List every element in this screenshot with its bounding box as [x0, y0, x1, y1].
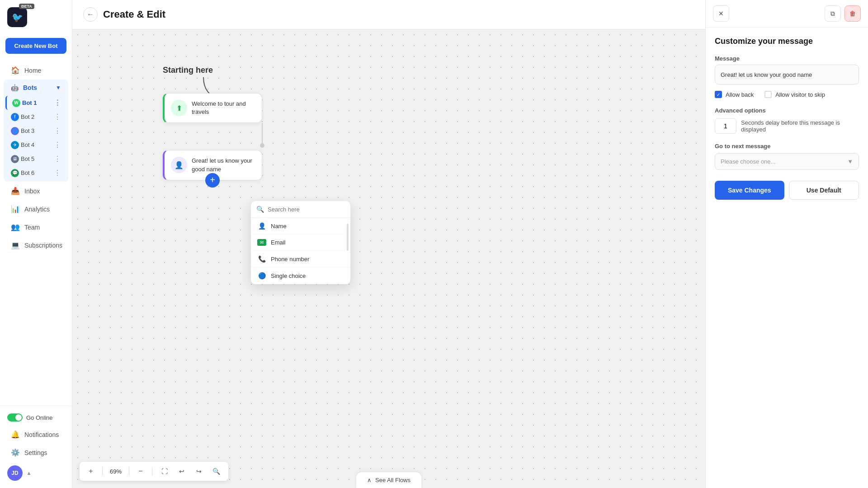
bots-section: 🤖 Bots ▼ W Bot 1 ⋮ f Bot 2 ⋮ 🌐 Bot 3 [4, 80, 68, 182]
node1-text: Welcome to tour and travels [192, 100, 255, 116]
dropdown-item-email-label: Email [271, 239, 286, 246]
page-title: Create & Edit [103, 9, 165, 20]
bot5-more-icon[interactable]: ⋮ [54, 155, 61, 163]
sidebar-item-bot4[interactable]: ✈ Bot 4 ⋮ [5, 138, 66, 152]
avatar: JD [7, 465, 23, 481]
sidebar-item-team[interactable]: 👥 Team [4, 218, 68, 236]
sidebar: 🐦 BETA Create New Bot 🏠 Home 🤖 Bots ▼ W … [0, 0, 72, 488]
beta-badge: BETA [19, 4, 34, 9]
flow-container: Starting here ⬆ Welcome to tour and trav… [163, 66, 262, 180]
sidebar-item-analytics-label: Analytics [24, 206, 50, 213]
top-bar: ← Create & Edit [72, 0, 705, 29]
allow-visitor-checkbox[interactable]: Allow visitor to skip [764, 91, 825, 98]
dropdown-item-name[interactable]: 👤 Name [251, 218, 350, 235]
sidebar-item-notifications[interactable]: 🔔 Notifications [4, 426, 68, 443]
bot1-label: Bot 1 [22, 99, 54, 106]
bots-header[interactable]: 🤖 Bots ▼ [4, 80, 68, 96]
go-next-select[interactable]: Please choose one... ▼ [715, 153, 859, 170]
dropdown-item-email[interactable]: ✉ Email [251, 235, 350, 251]
see-all-flows-button[interactable]: ∧ See All Flows [356, 472, 421, 488]
zoom-in-button[interactable]: + [85, 465, 97, 477]
analytics-icon: 📊 [11, 205, 20, 213]
panel-copy-button[interactable]: ⧉ [825, 5, 841, 22]
undo-button[interactable]: ↩ [175, 465, 189, 478]
checkbox-row: ✓ Allow back Allow visitor to skip [715, 91, 859, 98]
bot4-label: Bot 4 [21, 141, 54, 148]
allow-visitor-checkbox-box[interactable] [764, 91, 772, 98]
web-icon: 🌐 [11, 127, 19, 135]
zoom-out-button[interactable]: − [135, 465, 146, 477]
go-online-label: Go Online [26, 414, 53, 421]
save-changes-button[interactable]: Save Changes [715, 181, 784, 200]
fit-screen-button[interactable]: ⛶ [158, 465, 171, 478]
allow-back-checkbox-box[interactable]: ✓ [715, 91, 722, 98]
sidebar-item-inbox-label: Inbox [24, 188, 40, 195]
panel-delete-button[interactable]: 🗑 [844, 5, 861, 22]
bot5-label: Bot 5 [21, 155, 54, 162]
back-button[interactable]: ← [83, 7, 98, 22]
bot4-more-icon[interactable]: ⋮ [54, 141, 61, 149]
bots-label: Bots [23, 84, 37, 91]
delay-input[interactable] [715, 118, 736, 134]
sidebar-item-bot1[interactable]: W Bot 1 ⋮ [5, 96, 66, 110]
subscriptions-icon: 💻 [11, 241, 20, 249]
redo-button[interactable]: ↪ [192, 465, 206, 478]
go-online-toggle[interactable]: Go Online [0, 410, 72, 425]
chat-icon: 💬 [11, 169, 19, 177]
home-icon: 🏠 [11, 66, 20, 75]
main-content: ← Create & Edit Starting here ⬆ Welcome … [72, 0, 705, 488]
panel-body: Customize your message Message ✓ Allow b… [706, 28, 868, 488]
create-new-bot-button[interactable]: Create New Bot [5, 38, 66, 54]
bot2-more-icon[interactable]: ⋮ [54, 113, 61, 121]
sidebar-item-bot5[interactable]: 🖥 Bot 5 ⋮ [5, 152, 66, 166]
message-field-label: Message [715, 55, 859, 62]
divider-1 [102, 467, 103, 476]
flow-node-1[interactable]: ⬆ Welcome to tour and travels [163, 93, 262, 123]
dropdown-item-single-choice[interactable]: 🔵 Single choice [251, 267, 350, 284]
use-default-button[interactable]: Use Default [789, 181, 859, 200]
node1-icon: ⬆ [171, 100, 187, 116]
sidebar-item-subscriptions-label: Subscriptions [24, 242, 62, 249]
node2-container: 👤 Great! let us know your good name + [163, 150, 262, 180]
zoom-level-display: 69% [108, 468, 123, 475]
dropdown-search-input[interactable] [268, 206, 345, 213]
user-row[interactable]: JD ▲ [0, 462, 72, 484]
bots-icon: 🤖 [11, 84, 19, 91]
node1-container: ⬆ Welcome to tour and travels [163, 93, 262, 145]
single-choice-icon: 🔵 [257, 272, 266, 279]
sidebar-item-subscriptions[interactable]: 💻 Subscriptions [4, 236, 68, 254]
bot6-more-icon[interactable]: ⋮ [54, 169, 61, 177]
scroll-indicator [347, 224, 349, 251]
sidebar-item-bot6[interactable]: 💬 Bot 6 ⋮ [5, 166, 66, 180]
delete-icon: 🗑 [849, 10, 856, 17]
delay-row: Seconds delay before this message is dis… [715, 118, 859, 134]
bot3-more-icon[interactable]: ⋮ [54, 127, 61, 135]
see-all-flows-label: See All Flows [375, 477, 410, 483]
sidebar-item-analytics[interactable]: 📊 Analytics [4, 200, 68, 218]
bot3-label: Bot 3 [21, 127, 54, 134]
sidebar-item-inbox[interactable]: 📥 Inbox [4, 182, 68, 200]
delay-description: Seconds delay before this message is dis… [741, 119, 859, 133]
bot6-label: Bot 6 [21, 169, 54, 176]
sidebar-item-home[interactable]: 🏠 Home [4, 61, 68, 79]
dropdown-item-phone[interactable]: 📞 Phone number [251, 251, 350, 267]
chevron-up-icon: ▲ [26, 470, 32, 476]
notifications-icon: 🔔 [11, 430, 20, 439]
bot1-more-icon[interactable]: ⋮ [54, 99, 61, 107]
right-panel: ✕ ⧉ 🗑 Customize your message Message ✓ A… [705, 0, 868, 488]
sidebar-bottom: Go Online 🔔 Notifications ⚙️ Settings JD… [0, 406, 72, 488]
divider-2 [129, 467, 129, 476]
sidebar-item-settings[interactable]: ⚙️ Settings [4, 444, 68, 461]
panel-title: Customize your message [715, 37, 859, 46]
allow-back-checkbox[interactable]: ✓ Allow back [715, 91, 754, 98]
online-toggle-switch[interactable] [7, 413, 23, 422]
sidebar-item-bot2[interactable]: f Bot 2 ⋮ [5, 110, 66, 124]
sidebar-item-bot3[interactable]: 🌐 Bot 3 ⋮ [5, 124, 66, 138]
name-icon: 👤 [257, 222, 266, 230]
dropdown-menu: 🔍 👤 Name ✉ Email 📞 Phone number 🔵 Single… [251, 201, 350, 284]
add-node-button[interactable]: + [205, 173, 220, 188]
panel-close-button[interactable]: ✕ [713, 5, 729, 22]
sidebar-item-team-label: Team [24, 224, 40, 231]
message-input[interactable] [715, 65, 859, 84]
search-canvas-button[interactable]: 🔍 [209, 465, 223, 478]
